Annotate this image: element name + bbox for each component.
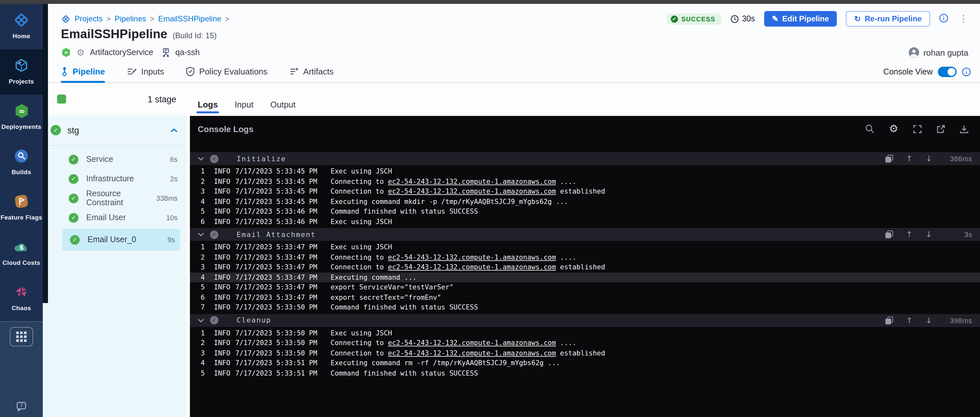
console-view-toggle[interactable] [938,67,957,77]
open-in-new-icon[interactable] [937,125,945,133]
search-icon[interactable] [865,124,874,133]
section-duration: 398ms [945,316,972,324]
tab-artifacts[interactable]: Artifacts [290,67,334,82]
log-link[interactable]: ec2-54-243-12-132.compute-1.amazonaws.co… [388,187,556,195]
stage-row-stg[interactable]: ✓ stg [43,121,187,140]
chevron-down-icon[interactable] [198,157,204,160]
log-message: Exec using JSCH [331,328,392,336]
log-level: INFO [214,282,235,292]
copy-icon[interactable] [885,155,893,163]
step-success-icon: ✓ [69,154,78,164]
log-line: 3INFO7/17/2023 5:33:50 PMConnection to e… [190,348,980,358]
service-gear-icon: ⚙ [76,48,84,57]
stage-panel: 1 stage ✓ stg ✓Service6s✓Infrastructure2… [43,83,187,417]
log-message: Command finished with status SUCCESS [331,369,478,377]
copy-icon[interactable] [885,316,893,324]
step-row-service[interactable]: ✓Service6s [43,149,187,169]
log-tab-output[interactable]: Output [270,100,296,116]
step-row-email-user[interactable]: ✓Email User10s [43,208,187,227]
step-row-email-user-0[interactable]: ✓Email User_09s [62,228,180,251]
log-level: INFO [214,338,235,348]
step-status-success-icon: ✓ [210,230,218,239]
log-tab-input[interactable]: Input [235,100,253,116]
console-log-body: ✓Initialize↑↓386ms1INFO7/17/2023 5:33:45… [190,142,980,417]
log-level: INFO [214,252,235,262]
log-section-name: Cleanup [237,316,271,324]
scroll-to-bottom-icon[interactable]: ↓ [926,316,932,324]
step-name: Email User [86,213,126,222]
log-timestamp: 7/17/2023 5:33:47 PM [235,282,331,292]
breadcrumb-link-projects[interactable]: Projects [75,14,103,23]
sidebar-item-feature-flags[interactable]: Feature Flags [0,185,43,230]
copy-icon[interactable] [885,230,893,238]
settings-gear-icon[interactable]: ⚙ [889,124,898,134]
log-line: 3INFO7/17/2023 5:33:45 PMConnection to e… [190,187,980,197]
log-line: 5INFO7/17/2023 5:33:47 PMexport ServiceV… [190,282,980,292]
breadcrumb-link-pipeline-name[interactable]: EmailSSHPipeline [158,14,221,23]
step-row-resource-constraint[interactable]: ✓Resource Constraint338ms [43,189,187,208]
chevron-down-icon[interactable] [198,233,204,236]
log-link[interactable]: ec2-54-243-12-132.compute-1.amazonaws.co… [388,339,556,346]
log-section-header[interactable]: ✓Initialize↑↓386ms [190,152,980,165]
log-line: 1INFO7/17/2023 5:33:47 PMExec using JSCH [190,242,980,252]
log-line-number: 4 [196,272,205,282]
log-link[interactable]: ec2-54-243-12-132.compute-1.amazonaws.co… [388,263,556,271]
log-timestamp: 7/17/2023 5:33:47 PM [235,262,331,272]
tab-inputs[interactable]: Inputs [127,67,164,82]
log-timestamp: 7/17/2023 5:33:47 PM [235,292,331,302]
sidebar-item-projects[interactable]: Projects [0,49,43,95]
chevron-up-icon[interactable] [170,128,178,132]
log-line-number: 3 [196,262,205,272]
sidebar-item-cloud-costs[interactable]: $ Cloud Costs [0,230,43,276]
breadcrumb-link-pipelines[interactable]: Pipelines [115,14,146,23]
log-level: INFO [214,368,235,378]
more-options-icon[interactable]: ⋮ [957,13,970,25]
sidebar-item-deployments[interactable]: ∞ Deployments [0,95,43,140]
scroll-to-top-icon[interactable]: ↑ [906,230,913,238]
environment-name[interactable]: qa-ssh [175,48,200,57]
log-section-header[interactable]: ✓Email Attachment↑↓3s [190,228,980,241]
log-message: Executing command ... [331,273,417,281]
log-timestamp: 7/17/2023 5:33:47 PM [235,252,331,262]
fullscreen-icon[interactable] [913,125,922,133]
window-top-strip [0,0,980,4]
log-tab-logs[interactable]: Logs [198,100,218,116]
rerun-pipeline-button[interactable]: ↻ Re-run Pipeline [846,11,930,27]
log-line-number: 3 [196,187,205,197]
console-view-info-icon[interactable] [962,67,971,76]
help-chat-icon[interactable]: ? [15,401,28,416]
sidebar-item-builds[interactable]: Builds [0,140,43,185]
download-icon[interactable] [960,125,968,133]
sidebar-item-chaos[interactable]: Chaos [0,276,43,321]
step-success-icon: ✓ [69,213,78,222]
tab-pipeline[interactable]: Pipeline [61,67,105,82]
module-grid-button[interactable] [10,327,33,346]
log-level: INFO [214,206,235,217]
log-link[interactable]: ec2-54-243-12-132.compute-1.amazonaws.co… [388,177,556,185]
log-line-number: 6 [196,292,205,302]
scroll-to-top-icon[interactable]: ↑ [906,316,913,324]
edit-pipeline-button[interactable]: ✎ Edit Pipeline [764,11,837,27]
sidebar-item-home[interactable]: Home [0,4,43,49]
scroll-to-bottom-icon[interactable]: ↓ [926,155,932,163]
chevron-down-icon[interactable] [198,318,204,322]
log-line: 4INFO7/17/2023 5:33:47 PMExecuting comma… [190,272,980,282]
scroll-to-bottom-icon[interactable]: ↓ [926,230,932,238]
log-timestamp: 7/17/2023 5:33:51 PM [235,368,331,378]
log-message: Connecting to ec2-54-243-12-132.compute-… [331,177,576,185]
log-level: INFO [214,176,235,187]
log-link[interactable]: ec2-54-243-12-132.compute-1.amazonaws.co… [388,253,556,261]
log-section-name: Initialize [237,154,286,163]
info-icon[interactable] [939,14,948,24]
stage-status-square [57,95,66,104]
log-link[interactable]: ec2-54-243-12-132.compute-1.amazonaws.co… [388,349,556,357]
log-line: 7INFO7/17/2023 5:33:50 PMCommand finishe… [190,302,980,312]
stage-count: 1 stage [148,94,176,104]
chaos-icon [14,284,29,300]
service-name[interactable]: ArtifactoryService [90,48,153,57]
tab-policy-evaluations[interactable]: Policy Evaluations [186,67,268,82]
log-section-header[interactable]: ✓Cleanup↑↓398ms [190,314,980,327]
step-row-infrastructure[interactable]: ✓Infrastructure2s [43,169,187,189]
log-line-number: 2 [196,338,205,348]
scroll-to-top-icon[interactable]: ↑ [906,155,913,163]
